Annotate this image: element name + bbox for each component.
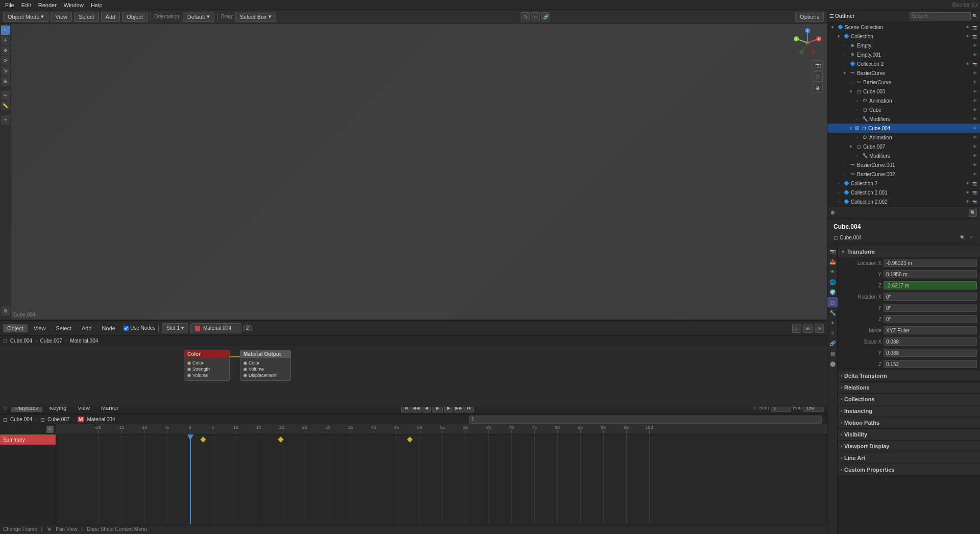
se-select-tab[interactable]: Select (52, 324, 76, 332)
outliner-item-cube003_anim[interactable]: ›⏱Animation👁 (827, 96, 980, 105)
select-menu[interactable]: Select (74, 12, 99, 22)
outliner-item-cube007[interactable]: ▼◻Cube.007👁 (827, 142, 980, 151)
eye-icon-cube003_anim[interactable]: 👁 (972, 98, 978, 104)
color-node[interactable]: Color Color Strength Volume (184, 350, 230, 381)
perspective-btn[interactable]: ⬡ (813, 71, 823, 82)
se-add-tab[interactable]: Add (78, 324, 96, 332)
outliner-item-collection2002[interactable]: ›🔷Collection 2.002👁📷 (827, 197, 980, 206)
props-tab-physics[interactable]: ⚛ (827, 328, 838, 338)
eye-icon-cube003[interactable]: 👁 (972, 88, 978, 94)
proportional-edit[interactable]: ○ (531, 12, 540, 21)
eye-icon-empty[interactable]: 👁 (972, 42, 978, 48)
se-object-tab[interactable]: Object (3, 324, 28, 332)
tree-arrow-cube007[interactable]: ▼ (848, 143, 854, 150)
tree-arrow-cube003_anim[interactable]: › (854, 98, 860, 104)
add-tool-btn[interactable]: + (1, 115, 10, 125)
restrict-icon-collection[interactable]: 📷 (972, 33, 978, 39)
scale-y-input[interactable]: 0.088 (884, 349, 977, 357)
relations-header[interactable]: › Relations (838, 382, 980, 393)
eye-icon-cube003_mesh[interactable]: 👁 (972, 107, 978, 113)
outliner-item-bezier_curve002[interactable]: ›〜BezierCurve.002👁 (827, 169, 980, 179)
add-menu[interactable]: Add (101, 12, 120, 22)
object-mode-dropdown[interactable]: Object Mode ▾ (3, 12, 48, 22)
tree-arrow-cube007_mods[interactable]: › (854, 153, 860, 159)
scale-x-input[interactable]: 0.088 (884, 337, 977, 346)
shading-btn[interactable]: ◕ (813, 83, 823, 93)
line-art-header[interactable]: › Line Art (838, 452, 980, 464)
view-menu[interactable]: View (51, 12, 72, 22)
scale-tool-btn[interactable]: ⇲ (1, 66, 10, 76)
slot-dropdown[interactable]: Slot 1 ▾ (162, 323, 188, 333)
eye-icon-cube003_mods[interactable]: 👁 (972, 116, 978, 122)
tree-arrow-cube003[interactable]: ▼ (848, 88, 854, 94)
tree-arrow-bezier_curve001[interactable]: › (842, 162, 848, 168)
outliner-item-collection2_in[interactable]: ›🔷Collection 2👁📷 (827, 59, 980, 68)
outliner-item-collection2001[interactable]: ›🔷Collection 2.001👁📷 (827, 188, 980, 197)
options-btn[interactable]: Options (795, 12, 824, 22)
props-tab-scene[interactable]: 🌐 (827, 277, 838, 287)
tree-arrow-collection2001[interactable]: › (836, 189, 842, 196)
props-search-btn[interactable]: 🔍 (969, 209, 977, 217)
select-box-dropdown[interactable]: Select Box ▾ (235, 12, 276, 22)
tree-arrow-collection2[interactable]: › (836, 180, 842, 186)
eye-icon-bezier_curve_sub[interactable]: 👁 (972, 79, 978, 85)
props-tab-modifier[interactable]: 🔧 (827, 307, 838, 318)
ne-view-btn-1[interactable]: □ (792, 324, 801, 333)
mode-dropdown[interactable]: XYZ Euler (884, 326, 977, 334)
props-tab-material[interactable]: ⬤ (827, 358, 838, 369)
rotation-y-input[interactable]: 0° (884, 304, 977, 312)
camera-view-btn[interactable]: 📷 (813, 60, 823, 70)
location-x-input[interactable]: -0.96023 m (884, 259, 977, 267)
props-tab-particles[interactable]: ✦ (827, 318, 838, 328)
eye-icon-bezier_curve[interactable]: 👁 (972, 70, 978, 76)
menu-window[interactable]: Window (61, 2, 87, 9)
props-tab-view-layer[interactable]: 👁 (827, 266, 838, 277)
se-node-tab[interactable]: Node (98, 324, 119, 332)
eye-icon-cube007[interactable]: 👁 (972, 143, 978, 150)
props-tab-object[interactable]: ◻ (827, 297, 838, 307)
outliner-tree[interactable]: ▼🔷Scene Collection👁📷▼🔷Collection👁📷›⊕Empt… (827, 22, 980, 206)
menu-file[interactable]: File (2, 2, 17, 9)
add-channel-btn[interactable]: + (46, 426, 54, 433)
annotate-tool-btn[interactable]: ✏ (1, 91, 10, 100)
eye-icon-collection2001[interactable]: 👁 (965, 189, 971, 196)
eye-icon-cube004[interactable]: 👁 (972, 125, 978, 131)
select-tool-btn[interactable]: ↖ (1, 26, 10, 35)
snap-toggle[interactable]: 🔗 (541, 12, 550, 21)
tree-arrow-empty[interactable]: › (842, 42, 848, 48)
location-y-input[interactable]: 0.1956 m (884, 270, 977, 278)
eye-icon-bezier_curve001[interactable]: 👁 (972, 162, 978, 168)
viewport-3d[interactable]: X Y Z (11, 23, 827, 320)
restrict-icon-collection2[interactable]: 📷 (972, 180, 978, 186)
global-local-toggle[interactable]: ⊙ (521, 12, 530, 21)
tree-arrow-cube004[interactable]: ▼ (848, 125, 854, 131)
tree-arrow-cube004_anim[interactable]: › (854, 134, 860, 140)
tree-arrow-collection2002[interactable]: › (836, 199, 842, 205)
scale-z-input[interactable]: 0.152 (884, 360, 977, 368)
eye-icon-bezier_curve002[interactable]: 👁 (972, 171, 978, 177)
props-tab-constraints[interactable]: 🔗 (827, 338, 838, 348)
props-data-icon-1[interactable]: 🔍 (960, 235, 966, 241)
menu-render[interactable]: Render (35, 2, 60, 9)
tree-arrow-cube003_mods[interactable]: › (854, 116, 860, 122)
visibility-header[interactable]: › Visibility (838, 429, 980, 440)
tree-arrow-collection[interactable]: ▼ (836, 33, 842, 39)
material-selector[interactable]: Material.004 (190, 323, 241, 333)
current-frame-input[interactable]: 1 (469, 416, 822, 424)
outliner-item-cube003_mesh[interactable]: ›◻Cube👁 (827, 105, 980, 114)
restrict-icon-collection2001[interactable]: 📷 (972, 189, 978, 196)
outliner-item-scene_collection[interactable]: ▼🔷Scene Collection👁📷 (827, 22, 980, 32)
props-data-icon-2[interactable]: ↗ (968, 235, 974, 241)
instancing-header[interactable]: › Instancing (838, 405, 980, 417)
measure-tool-btn[interactable]: 📏 (1, 101, 10, 110)
timeline-track-area[interactable] (56, 434, 827, 524)
outliner-item-collection2[interactable]: ›🔷Collection 2👁📷 (827, 179, 980, 188)
object-menu[interactable]: Object (122, 12, 148, 22)
outliner-item-bezier_curve_sub[interactable]: ›〜BezierCurve👁 (827, 78, 980, 87)
location-z-input[interactable]: -2.6217 m (884, 281, 977, 289)
motion-paths-header[interactable]: › Motion Paths (838, 417, 980, 428)
delta-transform-header[interactable]: › Delta Transform (838, 370, 980, 381)
tree-arrow-empty001[interactable]: › (842, 52, 848, 58)
props-tab-output[interactable]: 📤 (827, 256, 838, 266)
eye-icon-collection2002[interactable]: 👁 (965, 199, 971, 205)
